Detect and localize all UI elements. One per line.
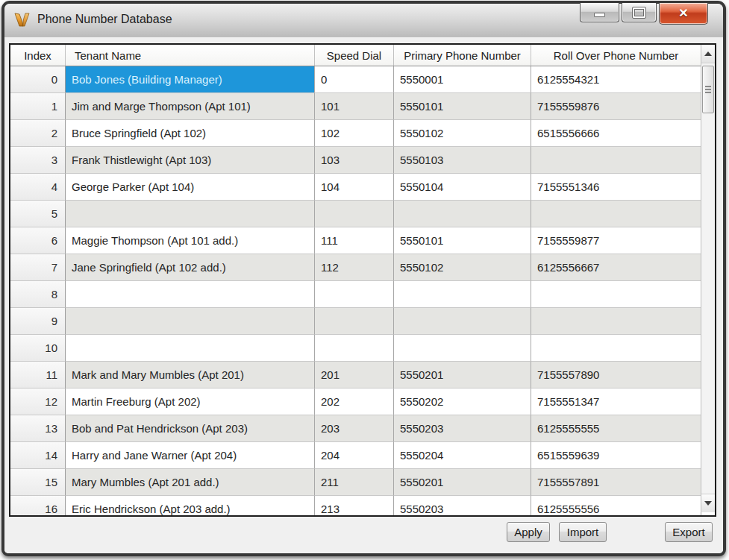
speed-dial-cell[interactable]: 203 [315,415,394,442]
tenant-name-cell[interactable]: Martin Freeburg (Apt 202) [66,388,315,415]
tenant-name-cell[interactable]: Bob Jones (Building Manager) [66,66,315,93]
rollover-phone-cell[interactable] [531,147,701,174]
speed-dial-cell[interactable]: 211 [315,469,394,496]
rollover-phone-cell[interactable] [531,308,701,335]
rollover-phone-cell[interactable]: 6515556666 [531,120,701,147]
primary-phone-cell[interactable]: 5550104 [394,174,531,201]
column-header-primary-phone[interactable]: Primary Phone Number [394,45,531,66]
speed-dial-cell[interactable]: 104 [315,174,394,201]
primary-phone-cell[interactable] [394,308,531,335]
tenant-name-cell[interactable] [66,335,315,362]
row-index-cell[interactable]: 0 [10,66,66,93]
speed-dial-cell[interactable]: 111 [315,227,394,254]
tenant-name-cell[interactable]: George Parker (Apt 104) [66,174,315,201]
speed-dial-cell[interactable]: 201 [315,362,394,388]
row-index-cell[interactable]: 7 [10,254,66,281]
row-index-cell[interactable]: 13 [10,415,66,442]
primary-phone-cell[interactable]: 5550203 [394,415,531,442]
window-controls: ✕ [580,3,708,25]
rollover-phone-cell[interactable]: 7155557891 [531,469,701,496]
scroll-down-button[interactable] [701,494,715,512]
primary-phone-cell[interactable] [394,335,531,362]
row-index-cell[interactable]: 2 [10,120,66,147]
row-index-cell[interactable]: 3 [10,147,66,174]
primary-phone-cell[interactable]: 5550103 [394,147,531,174]
speed-dial-cell[interactable]: 102 [315,120,394,147]
maximize-button[interactable] [622,3,657,22]
minimize-button[interactable] [580,3,619,22]
apply-button[interactable]: Apply [507,522,550,542]
row-index-cell[interactable]: 12 [10,388,66,415]
speed-dial-cell[interactable]: 0 [315,66,394,93]
speed-dial-cell[interactable]: 204 [315,442,394,469]
primary-phone-cell[interactable]: 5550001 [394,66,531,93]
rollover-phone-cell[interactable]: 6125554321 [531,66,701,93]
speed-dial-cell[interactable]: 202 [315,388,394,415]
rollover-phone-cell[interactable]: 6125555555 [531,415,701,442]
table-row: 2Bruce Springfield (Apt 102)102555010265… [10,120,715,147]
row-index-cell[interactable]: 15 [10,469,66,496]
tenant-name-cell[interactable]: Maggie Thompson (Apt 101 add.) [66,227,315,254]
speed-dial-cell[interactable] [315,335,394,362]
vertical-scrollbar[interactable] [701,45,715,512]
close-button[interactable]: ✕ [659,3,708,25]
row-index-cell[interactable]: 1 [10,93,66,120]
primary-phone-cell[interactable]: 5550102 [394,120,531,147]
speed-dial-cell[interactable]: 101 [315,93,394,120]
column-header-rollover-phone[interactable]: Roll Over Phone Number [531,45,701,66]
tenant-name-cell[interactable]: Mark and Mary Mumbles (Apt 201) [66,362,315,388]
rollover-phone-cell[interactable]: 7155559876 [531,93,701,120]
row-index-cell[interactable]: 9 [10,308,66,335]
rollover-phone-cell[interactable]: 6125556667 [531,254,701,281]
rollover-phone-cell[interactable] [531,281,701,308]
row-index-cell[interactable]: 11 [10,362,66,388]
speed-dial-cell[interactable] [315,308,394,335]
primary-phone-cell[interactable]: 5550204 [394,442,531,469]
tenant-name-cell[interactable]: Mary Mumbles (Apt 201 add.) [66,469,315,496]
row-index-cell[interactable]: 14 [10,442,66,469]
row-index-cell[interactable]: 4 [10,174,66,201]
row-index-cell[interactable]: 10 [10,335,66,362]
primary-phone-cell[interactable]: 5550101 [394,93,531,120]
speed-dial-cell[interactable] [315,201,394,227]
scrollbar-grip-icon [705,86,711,93]
rollover-phone-cell[interactable] [531,201,701,227]
minimize-icon [594,13,605,17]
tenant-name-cell[interactable]: Frank Thistlewight (Apt 103) [66,147,315,174]
speed-dial-cell[interactable] [315,281,394,308]
speed-dial-cell[interactable]: 112 [315,254,394,281]
tenant-name-cell[interactable] [66,281,315,308]
primary-phone-cell[interactable] [394,281,531,308]
title-bar[interactable]: Phone Number Database ✕ [4,4,723,38]
rollover-phone-cell[interactable]: 6515559639 [531,442,701,469]
primary-phone-cell[interactable]: 5550201 [394,362,531,388]
row-index-cell[interactable]: 6 [10,227,66,254]
tenant-name-cell[interactable]: Jane Springfield (Apt 102 add.) [66,254,315,281]
primary-phone-cell[interactable]: 5550202 [394,388,531,415]
primary-phone-cell[interactable]: 5550102 [394,254,531,281]
tenant-name-cell[interactable]: Bob and Pat Hendrickson (Apt 203) [66,415,315,442]
tenant-name-cell[interactable] [66,308,315,335]
primary-phone-cell[interactable] [394,201,531,227]
primary-phone-cell[interactable]: 5550201 [394,469,531,496]
rollover-phone-cell[interactable]: 7155551346 [531,174,701,201]
tenant-name-cell[interactable]: Bruce Springfield (Apt 102) [66,120,315,147]
rollover-phone-cell[interactable]: 7155557890 [531,362,701,388]
rollover-phone-cell[interactable]: 7155559877 [531,227,701,254]
row-index-cell[interactable]: 5 [10,201,66,227]
tenant-name-cell[interactable]: Jim and Marge Thompson (Apt 101) [66,93,315,120]
scrollbar-thumb[interactable] [702,66,714,113]
primary-phone-cell[interactable]: 5550101 [394,227,531,254]
column-header-index[interactable]: Index [10,45,66,66]
export-button[interactable]: Export [665,522,713,542]
scroll-up-button[interactable] [701,45,715,63]
rollover-phone-cell[interactable] [531,335,701,362]
column-header-speed-dial[interactable]: Speed Dial [315,45,394,66]
import-button[interactable]: Import [559,522,607,542]
speed-dial-cell[interactable]: 103 [315,147,394,174]
rollover-phone-cell[interactable]: 7155551347 [531,388,701,415]
row-index-cell[interactable]: 8 [10,281,66,308]
tenant-name-cell[interactable] [66,201,315,227]
tenant-name-cell[interactable]: Harry and Jane Warner (Apt 204) [66,442,315,469]
column-header-tenant[interactable]: Tenant Name [66,45,315,66]
